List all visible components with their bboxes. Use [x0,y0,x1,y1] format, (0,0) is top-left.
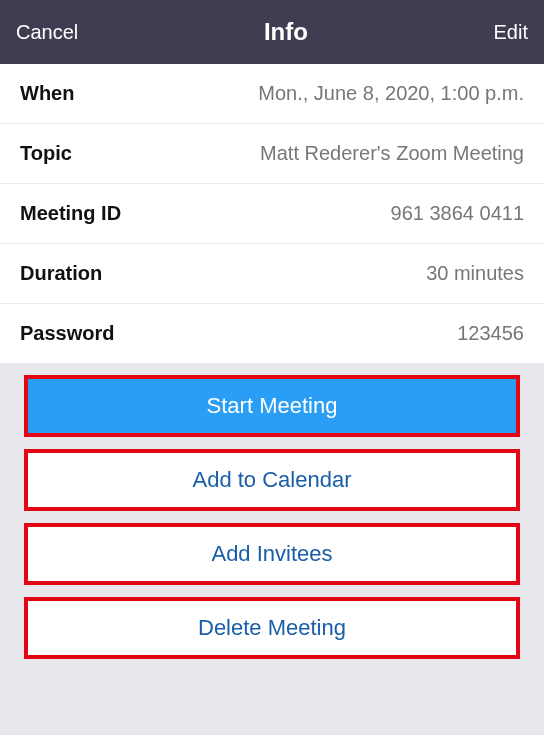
row-meeting-id: Meeting ID 961 3864 0411 [0,184,544,244]
meeting-id-label: Meeting ID [20,202,121,225]
start-meeting-button[interactable]: Start Meeting [24,375,520,437]
page-title: Info [264,18,308,46]
add-invitees-button[interactable]: Add Invitees [24,523,520,585]
duration-value: 30 minutes [426,262,524,285]
actions: Start Meeting Add to Calendar Add Invite… [0,363,544,671]
topic-label: Topic [20,142,72,165]
password-label: Password [20,322,114,345]
cancel-button[interactable]: Cancel [16,21,78,44]
meeting-details: When Mon., June 8, 2020, 1:00 p.m. Topic… [0,64,544,363]
row-password: Password 123456 [0,304,544,363]
row-topic: Topic Matt Rederer's Zoom Meeting [0,124,544,184]
edit-button[interactable]: Edit [494,21,528,44]
row-when: When Mon., June 8, 2020, 1:00 p.m. [0,64,544,124]
add-to-calendar-button[interactable]: Add to Calendar [24,449,520,511]
duration-label: Duration [20,262,102,285]
password-value: 123456 [457,322,524,345]
row-duration: Duration 30 minutes [0,244,544,304]
header: Cancel Info Edit [0,0,544,64]
delete-meeting-button[interactable]: Delete Meeting [24,597,520,659]
topic-value: Matt Rederer's Zoom Meeting [260,142,524,165]
when-value: Mon., June 8, 2020, 1:00 p.m. [258,82,524,105]
meeting-id-value: 961 3864 0411 [391,202,524,225]
when-label: When [20,82,74,105]
